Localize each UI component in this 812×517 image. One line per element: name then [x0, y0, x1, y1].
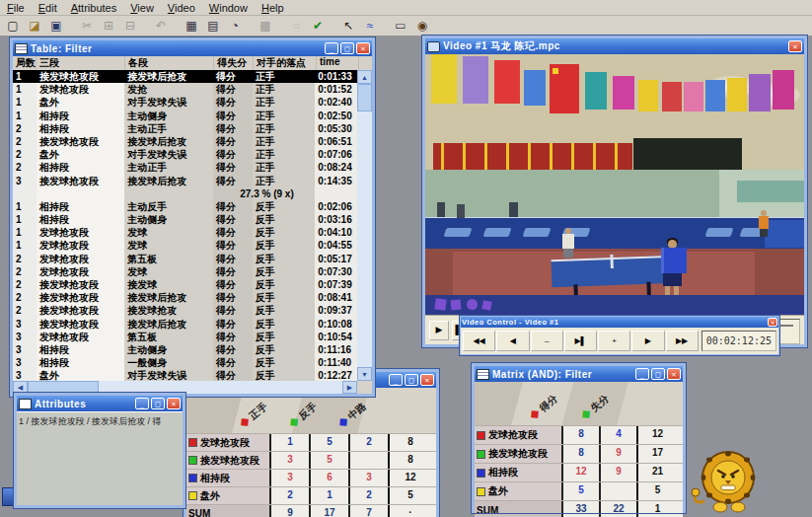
- matrix-body: 发球抢攻段1528接发球抢攻段358相持段36312盘外2125SUM9177·: [186, 433, 436, 517]
- matrix-column-header: ◆ 正手: [237, 400, 270, 431]
- table-row[interactable]: 1发球抢攻段发球得分反手0:04:10: [13, 226, 357, 239]
- maximize-button[interactable]: □: [651, 368, 665, 380]
- stats-icon[interactable]: ≈: [360, 17, 380, 35]
- matrix-row-label-text: 发球抢攻段: [488, 428, 538, 442]
- matrix-total-cell: 1: [636, 501, 677, 517]
- table-row[interactable]: 1接发球抢攻段接发球后抢攻得分正手0:01:33: [13, 70, 357, 83]
- menu-item-view[interactable]: View: [123, 2, 161, 14]
- paste-icon[interactable]: ⊟: [120, 17, 140, 35]
- minimize-button[interactable]: _: [325, 42, 338, 54]
- matrix-and-titlebar[interactable]: Matrix (AND): Filter _ □ ✕: [475, 366, 683, 382]
- close-button[interactable]: ✕: [667, 368, 681, 380]
- close-button[interactable]: ✕: [768, 318, 777, 327]
- menu-item-file[interactable]: File: [0, 2, 32, 14]
- rewind-button[interactable]: ◀◀: [463, 331, 495, 351]
- table-row[interactable]: 3发球抢攻段第五板得分反手0:10:54: [13, 331, 357, 343]
- plus-button[interactable]: +: [598, 331, 630, 351]
- play-pause-button[interactable]: ▶▌: [564, 331, 597, 351]
- minimize-button[interactable]: _: [635, 368, 649, 380]
- pointer-icon[interactable]: ↖: [338, 17, 358, 35]
- close-button[interactable]: ✕: [356, 42, 370, 54]
- camera-icon[interactable]: ◉: [412, 17, 432, 35]
- table-row[interactable]: 1相持段主动侧身得分正手0:02:50: [13, 110, 357, 122]
- column-header[interactable]: 各段: [125, 56, 214, 70]
- maximize-button[interactable]: □: [340, 42, 354, 54]
- fast-forward-button[interactable]: ▶▶: [666, 331, 699, 351]
- close-button[interactable]: ✕: [167, 398, 181, 409]
- table-row[interactable]: 3接发球抢攻段接发球后抢攻得分反手0:10:08: [13, 318, 357, 331]
- table-cell: 接发球后抢攻: [124, 175, 212, 187]
- table-row[interactable]: 2接发球抢攻段接发球抢攻得分反手0:09:37: [13, 304, 357, 317]
- timecode-display: 00:02:12:25: [701, 331, 776, 351]
- cut-icon[interactable]: ✂: [77, 17, 97, 35]
- table-row[interactable]: 2接发球抢攻段接发球得分反手0:07:39: [13, 278, 357, 291]
- minimize-button[interactable]: _: [389, 374, 403, 386]
- clock-icon[interactable]: ◔: [225, 17, 245, 35]
- column-header[interactable]: 对手的落点: [254, 56, 317, 70]
- video-clip-icon[interactable]: ▦: [182, 17, 201, 35]
- table-cell: 1: [13, 226, 37, 239]
- table-row[interactable]: 3盘外对手发球失误得分反手0:12:27: [13, 369, 357, 381]
- table-row[interactable]: 1发球抢攻段发球得分反手0:04:55: [13, 239, 357, 252]
- matrix-cell: 3: [348, 470, 388, 486]
- table-cell: 主动侧身: [124, 213, 212, 226]
- lightbulb-icon[interactable]: ○: [286, 17, 306, 35]
- table-cell: 得分: [213, 253, 253, 265]
- video-control-titlebar[interactable]: Video Control - Video #1 ✕: [461, 317, 778, 328]
- table-row[interactable]: 1相持段主动反手得分反手0:02:06: [13, 200, 357, 213]
- table-cell: 相持段: [37, 110, 124, 122]
- open-folder-icon[interactable]: ◪: [25, 17, 44, 35]
- scrollbar-thumb[interactable]: [357, 84, 372, 111]
- maximize-button[interactable]: □: [151, 398, 165, 409]
- column-header[interactable]: 局数: [13, 56, 37, 70]
- table-row[interactable]: 2发球抢攻段第五板得分反手0:05:17: [13, 253, 357, 265]
- table-row[interactable]: 1相持段主动侧身得分反手0:03:16: [13, 213, 357, 226]
- vertical-scrollbar[interactable]: ▲ ▼: [357, 70, 372, 381]
- column-header[interactable]: 得失分: [214, 56, 254, 70]
- table-row[interactable]: 1盘外对手发球失误得分正手0:02:40: [13, 96, 357, 109]
- table-window-titlebar[interactable]: Table: Filter _ □ ✕: [13, 40, 372, 56]
- maximize-button[interactable]: □: [405, 374, 418, 386]
- step-forward-button[interactable]: ▶: [631, 331, 664, 351]
- table-row[interactable]: 2盘外对手发球失误得分正手0:07:06: [13, 148, 357, 161]
- scroll-down-icon[interactable]: ▼: [357, 367, 372, 381]
- table-row[interactable]: 3相持段主动侧身得分反手0:11:16: [13, 343, 357, 356]
- attributes-titlebar[interactable]: Attributes _ □ ✕: [17, 396, 183, 411]
- save-icon[interactable]: ▣: [46, 17, 66, 35]
- video-window-titlebar[interactable]: Video #1 马龙 陈玘.mpc ✕: [425, 38, 804, 54]
- close-button[interactable]: ✕: [788, 40, 802, 52]
- table-row[interactable]: 3接发球抢攻段接发球后抢攻得分正手0:14:35: [13, 175, 357, 187]
- table-row[interactable]: 27.3 % (9 x): [13, 187, 357, 200]
- table-row[interactable]: 2相持段主动正手得分正手0:05:30: [13, 122, 357, 135]
- menu-item-video[interactable]: Video: [161, 2, 202, 14]
- table-row[interactable]: 3相持段一般侧身得分反手0:11:40: [13, 356, 357, 369]
- new-document-icon[interactable]: ▢: [3, 17, 23, 35]
- menu-item-attributes[interactable]: Attributes: [64, 2, 123, 14]
- minus-button[interactable]: –: [531, 331, 563, 351]
- copy-icon[interactable]: ⊞: [99, 17, 118, 35]
- play-button[interactable]: ▶: [429, 321, 449, 340]
- attributes-title: Attributes: [35, 399, 133, 409]
- scroll-right-icon[interactable]: ▶: [342, 381, 357, 394]
- menu-item-help[interactable]: Help: [255, 2, 291, 14]
- minimize-button[interactable]: _: [135, 398, 149, 409]
- table-row[interactable]: 1发球抢攻段发抢得分正手0:01:52: [13, 83, 357, 96]
- matrix-row-label-text: 相持段: [488, 466, 518, 480]
- scroll-up-icon[interactable]: ▲: [357, 70, 372, 84]
- table-row[interactable]: 2接发球抢攻段接发球后抢攻得分反手0:08:41: [13, 291, 357, 304]
- check-icon[interactable]: ✔: [308, 17, 328, 35]
- filmstrip-icon[interactable]: ▤: [203, 17, 223, 35]
- menu-item-window[interactable]: Window: [202, 2, 255, 14]
- column-header[interactable]: time: [317, 56, 359, 70]
- table-row[interactable]: 2接发球抢攻段接发球后抢攻得分正手0:06:51: [13, 135, 357, 148]
- grid-icon[interactable]: ▩: [256, 17, 275, 35]
- table-row[interactable]: 2相持段主动正手得分正手0:08:24: [13, 161, 357, 174]
- close-button[interactable]: ✕: [420, 374, 434, 386]
- video-display[interactable]: [425, 54, 804, 315]
- menu-item-edit[interactable]: Edit: [32, 2, 64, 14]
- table-row[interactable]: 2发球抢攻段发球得分反手0:07:30: [13, 265, 357, 278]
- undo-icon[interactable]: ↶: [151, 17, 171, 35]
- monitor-icon[interactable]: ▭: [391, 17, 410, 35]
- step-back-button[interactable]: ◀: [496, 331, 529, 351]
- column-header[interactable]: 三段: [37, 56, 125, 70]
